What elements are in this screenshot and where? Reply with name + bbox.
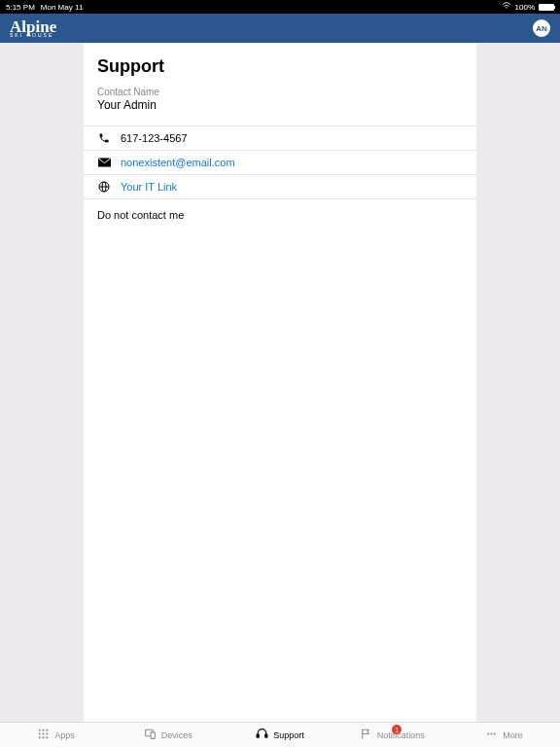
contact-name-value: Your Admin xyxy=(97,98,463,112)
phone-text: 617-123-4567 xyxy=(121,132,188,144)
svg-point-19 xyxy=(494,732,496,734)
svg-point-11 xyxy=(43,736,45,738)
brand-logo: Alpine SKI HOUSE xyxy=(10,18,56,38)
tab-bar: Apps Devices Support 1 Notifications Mor… xyxy=(0,722,560,747)
tab-label: Apps xyxy=(54,730,75,740)
weblink-row[interactable]: Your IT Link xyxy=(84,175,476,199)
status-time: 5:15 PM xyxy=(6,3,35,12)
it-link[interactable]: Your IT Link xyxy=(121,181,177,193)
brand-subtitle: SKI HOUSE xyxy=(10,33,56,38)
svg-rect-16 xyxy=(265,734,267,737)
email-icon xyxy=(97,158,111,167)
tab-notifications[interactable]: 1 Notifications xyxy=(336,723,448,747)
wifi-icon xyxy=(502,2,511,12)
svg-point-8 xyxy=(43,732,45,734)
flag-icon xyxy=(360,728,372,742)
svg-rect-14 xyxy=(151,732,155,739)
tab-label: Devices xyxy=(161,730,192,740)
phone-row[interactable]: 617-123-4567 xyxy=(84,126,476,151)
status-bar: 5:15 PM Mon May 11 100% xyxy=(0,0,560,14)
more-icon xyxy=(485,728,498,742)
globe-icon xyxy=(97,181,111,193)
note-text: Do not contact me xyxy=(84,199,476,231)
tab-label: Support xyxy=(273,730,304,740)
tab-support[interactable]: Support xyxy=(224,723,335,747)
app-header: Alpine SKI HOUSE AN xyxy=(0,14,560,43)
content-area: Support Contact Name Your Admin 617-123-… xyxy=(0,43,560,722)
avatar[interactable]: AN xyxy=(533,19,550,37)
support-panel: Support Contact Name Your Admin 617-123-… xyxy=(84,43,476,722)
phone-icon xyxy=(97,132,111,144)
svg-point-7 xyxy=(39,732,41,734)
svg-point-10 xyxy=(39,736,41,738)
email-link[interactable]: nonexistent@email.com xyxy=(121,157,235,168)
contact-list: 617-123-4567 nonexistent@email.com Your … xyxy=(84,125,476,199)
email-row[interactable]: nonexistent@email.com xyxy=(84,151,476,175)
contact-name-label: Contact Name xyxy=(97,87,463,97)
svg-point-18 xyxy=(491,732,493,734)
svg-point-12 xyxy=(47,736,49,738)
svg-point-6 xyxy=(47,729,49,731)
tab-more[interactable]: More xyxy=(448,723,560,747)
svg-point-5 xyxy=(43,729,45,731)
svg-point-17 xyxy=(487,732,489,734)
tab-label: More xyxy=(503,730,523,740)
page-title: Support xyxy=(97,56,463,77)
apps-icon xyxy=(37,728,50,742)
tab-devices[interactable]: Devices xyxy=(112,723,224,747)
devices-icon xyxy=(144,728,157,742)
svg-rect-15 xyxy=(257,734,259,737)
tab-apps[interactable]: Apps xyxy=(0,723,112,747)
support-icon xyxy=(256,728,268,742)
svg-point-9 xyxy=(47,732,49,734)
status-date: Mon May 11 xyxy=(41,3,84,12)
svg-point-4 xyxy=(39,729,41,731)
battery-pct: 100% xyxy=(515,3,535,12)
battery-icon xyxy=(539,4,554,11)
